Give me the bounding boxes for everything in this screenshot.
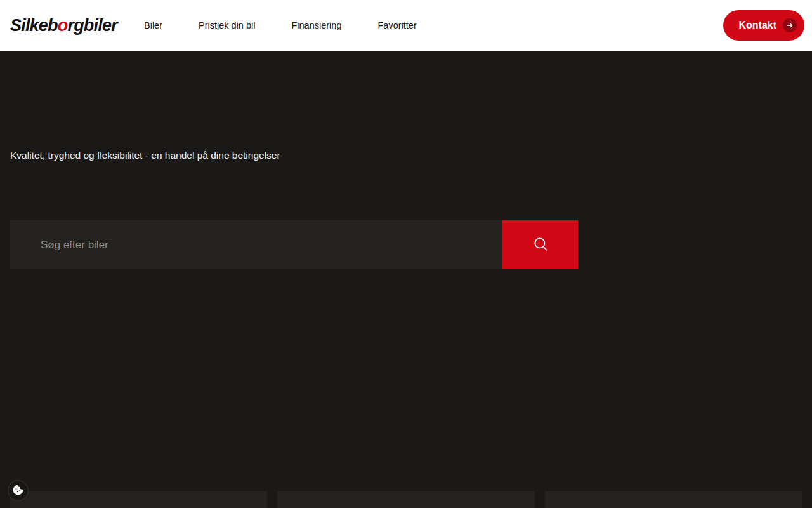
car-card-placeholder[interactable]: [10, 491, 267, 508]
header: Silkeborgbiler Biler Pristjek din bil Fi…: [0, 0, 812, 51]
search-input[interactable]: [10, 220, 502, 269]
search-button[interactable]: [502, 220, 578, 269]
car-card-placeholder[interactable]: [277, 491, 534, 508]
nav-item-favoritter[interactable]: Favoritter: [377, 20, 416, 30]
hero-section: Kvalitet, tryghed og fleksibilitet - en …: [0, 51, 812, 508]
logo-text-part2: rgbiler: [67, 16, 117, 35]
nav-item-pristjek-din-bil[interactable]: Pristjek din bil: [199, 20, 255, 30]
card-grid: [10, 491, 802, 508]
logo-accent-letter: o: [58, 16, 68, 35]
arrow-right-icon: [783, 18, 797, 32]
nav-item-biler[interactable]: Biler: [144, 20, 162, 30]
main-nav: Biler Pristjek din bil Finansiering Favo…: [144, 0, 417, 51]
page: Silkeborgbiler Biler Pristjek din bil Fi…: [0, 0, 812, 508]
contact-button[interactable]: Kontakt: [723, 10, 804, 41]
cookie-settings-button[interactable]: [8, 480, 29, 501]
car-card-placeholder[interactable]: [545, 491, 802, 508]
hero-tagline: Kvalitet, tryghed og fleksibilitet - en …: [10, 150, 280, 161]
contact-button-label: Kontakt: [738, 20, 776, 31]
logo[interactable]: Silkeborgbiler: [10, 16, 117, 36]
logo-text-part1: Silkeb: [10, 16, 58, 35]
search-bar: [10, 220, 578, 269]
nav-item-finansiering[interactable]: Finansiering: [291, 20, 341, 30]
search-icon: [532, 236, 549, 254]
cookie-icon: [12, 484, 24, 498]
